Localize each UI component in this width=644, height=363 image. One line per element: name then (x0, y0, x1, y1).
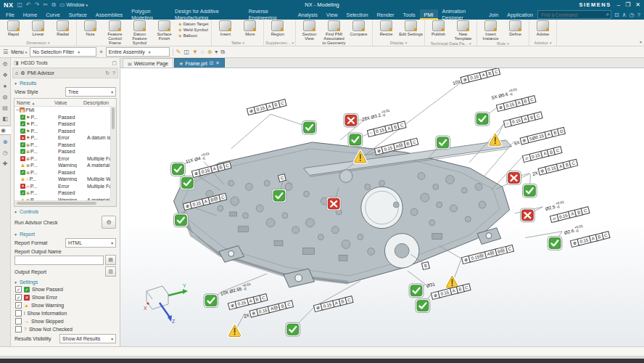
part-navigator-icon[interactable]: ◍ (1, 93, 9, 101)
menu-tab-design-for-additive-manufacturing[interactable]: Design for Additive Manufacturing (170, 9, 244, 20)
panel-window-icon[interactable]: ▢ (112, 60, 117, 66)
constraint-navigator-icon[interactable]: ● (1, 82, 9, 90)
checkbox-show-information[interactable] (15, 310, 22, 317)
menu-tab-assemblies[interactable]: Assemblies (91, 9, 127, 20)
refresh-icon[interactable]: ↻ (105, 70, 110, 76)
ribbon-button-define[interactable]: Define (503, 20, 527, 36)
menu-tab-analysis[interactable]: Analysis (294, 9, 322, 20)
ribbon-button-insert[interactable]: Insert (213, 20, 237, 36)
ribbon-button-radial[interactable]: Radial (51, 20, 75, 36)
tree-header[interactable]: Name ▲ Value Description (15, 99, 116, 107)
gear-icon[interactable]: ⚙ (20, 70, 25, 76)
tree-row[interactable]: ✓⚑P...Passed (15, 114, 116, 121)
search-icon[interactable]: ⌕ (606, 11, 609, 18)
select-scope-icon[interactable]: ⌖ (99, 49, 103, 56)
ribbon-button-weld-symbol[interactable]: ◈Weld Symbol (178, 27, 208, 32)
ribbon-button-advise[interactable]: Advise (531, 20, 555, 36)
help-icon[interactable]: ? (637, 12, 640, 18)
window-pair-icon[interactable]: ⧉ (220, 49, 225, 56)
snap-tool-icon[interactable]: ◫ (183, 49, 189, 55)
checkbox-show-error[interactable]: ✓ (15, 294, 22, 301)
ribbon-button-surface-finish[interactable]: Surface Finish (152, 20, 176, 41)
pmi-badge-check[interactable] (409, 284, 424, 298)
run-advisor-check-button[interactable]: ⚙ (102, 216, 116, 229)
view-style-dropdown[interactable]: Tree▾ (65, 87, 116, 97)
copy-icon[interactable]: ⧉ (51, 1, 56, 9)
pmi-badge-warning[interactable] (355, 151, 366, 163)
ribbon-button-linear[interactable]: Linear (26, 20, 50, 36)
minimize-button[interactable]: – (617, 1, 620, 8)
tree-vertical-scrollbar[interactable] (110, 106, 116, 201)
menu-tab-application[interactable]: Application (503, 9, 537, 20)
fullscreen-icon[interactable]: ⊡ (614, 12, 619, 18)
menu-tab-polygon-modeling[interactable]: Polygon Modeling (127, 9, 170, 20)
doc-tab-frame-prt[interactable]: ❖Frame.prt⊡✕ (174, 58, 225, 68)
settings-section-header[interactable]: ▼Settings (11, 277, 120, 285)
ribbon-button-resize[interactable]: Resize (374, 20, 398, 36)
tree-row[interactable]: ▲○P...WarningMultiple Wa... (15, 176, 116, 183)
menu-tab-render[interactable]: Render (373, 9, 399, 20)
pmi-badge-warning[interactable] (229, 325, 241, 336)
ribbon-button-balloon[interactable]: ◈Balloon (178, 33, 208, 38)
ribbon-button-compare[interactable]: Compare (347, 20, 371, 36)
ribbon-button-edit-settings[interactable]: Edit Settings (399, 20, 423, 36)
menu-tab-view[interactable]: View (322, 9, 342, 20)
menu-dropdown[interactable]: Menu ▾ (11, 49, 27, 54)
pmi-badge-check[interactable] (348, 133, 363, 147)
checkbox-show-passed[interactable]: ✓ (15, 286, 22, 293)
setting-show-warning[interactable]: ✓▲Show Warning (11, 301, 120, 309)
menu-tab-selection[interactable]: Selection (342, 9, 373, 20)
web-browser-icon[interactable]: ⊕ (1, 138, 9, 146)
history-icon[interactable]: ◷ (1, 149, 9, 157)
tree-row[interactable]: ✕⚑P...ErrorA datum lab... (15, 134, 116, 142)
filter-tool-icon[interactable]: ▼ (192, 49, 198, 55)
more-tools-icon[interactable]: ▾ (215, 49, 218, 55)
pmi-badge-check[interactable] (522, 184, 537, 197)
ribbon-button-more[interactable]: More (238, 20, 262, 36)
system-tools-icon[interactable]: ✚ (1, 160, 9, 168)
pmi-badge-error[interactable] (507, 171, 521, 185)
tree-row[interactable]: ✓⊕P...Passed (15, 148, 116, 155)
results-visibility-dropdown[interactable]: Show All Results▾ (59, 334, 116, 343)
ribbon-button-publish[interactable]: Publish (426, 20, 450, 36)
find-command-box[interactable]: ⌕ (537, 10, 611, 19)
pmi-badge-error[interactable] (344, 113, 358, 127)
ribbon-button-new-template[interactable]: New Template (451, 20, 475, 41)
output-report-button[interactable]: ▥ (105, 266, 116, 277)
ribbon-button-find-pmi-associated-to-geometry[interactable]: Find PMI Associated to Geometry (322, 20, 346, 45)
setting-show-passed[interactable]: ✓✓Show Passed (11, 285, 120, 293)
pmi-badge-check[interactable] (204, 294, 218, 308)
redo-icon[interactable]: ↷ (35, 1, 40, 9)
tree-row[interactable]: ✓⚑P...Passed (15, 128, 116, 135)
report-output-name-input[interactable] (15, 256, 104, 265)
orbit-tool-icon[interactable]: ◌ (201, 49, 205, 55)
assembly-navigator-icon[interactable]: ❖ (1, 71, 9, 79)
menu-tab-home[interactable]: Home (19, 9, 41, 20)
menu-tab-join[interactable]: Join (484, 9, 503, 20)
highlight-tool-icon[interactable]: ✎ (176, 49, 181, 55)
close-button[interactable]: ✕ (635, 1, 640, 8)
setting-show-skipped[interactable]: →Show Skipped (11, 317, 120, 325)
report-section-header[interactable]: ▼Report (11, 229, 120, 237)
pmi-badge-check[interactable] (272, 189, 286, 203)
graphics-canvas[interactable]: Y Z X ⊕0.15ABC28X Ø3.2+0.01-0○0.15ABC⊕0.… (120, 68, 644, 346)
checkbox-show-skipped[interactable] (15, 318, 22, 325)
tab-pin-icon[interactable]: ⊡ (210, 60, 213, 66)
cut-icon[interactable]: ✂ (43, 1, 48, 9)
menu-tab-file[interactable]: File (1, 9, 19, 20)
tree-root-row[interactable]: −▦ PMI (15, 107, 116, 114)
advisor-help-icon[interactable]: ? (112, 70, 115, 76)
pmi-badge-error[interactable] (521, 208, 535, 222)
menu-tab-tools[interactable]: Tools (399, 9, 420, 20)
menu-tab-pmi[interactable]: PMI (420, 9, 438, 20)
pmi-badge-check[interactable] (171, 163, 186, 176)
pmi-badge-check[interactable] (174, 213, 189, 227)
pmi-badge-check[interactable] (475, 112, 490, 126)
undo-icon[interactable]: ↶ (26, 1, 31, 9)
controls-section-header[interactable]: ▼Controls (11, 207, 120, 215)
window-menu[interactable]: ▭ Window▾ (59, 1, 88, 9)
pmi-badge-check[interactable] (180, 176, 194, 189)
history-icon[interactable]: ◷ (629, 12, 635, 18)
pmi-badge-error[interactable] (326, 197, 341, 211)
tree-row[interactable]: ✓⚑P...Passed (15, 121, 116, 128)
